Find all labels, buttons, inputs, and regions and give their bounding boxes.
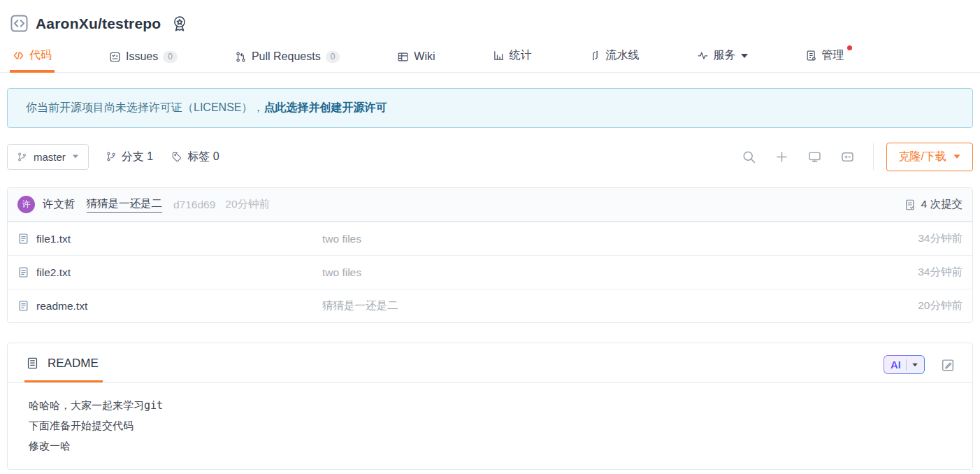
tab-issues[interactable]: Issues 0 [106,46,180,72]
commits-icon [904,199,916,211]
clone-download-button[interactable]: 克隆/下载 [886,143,973,171]
file-name-cell[interactable]: file1.txt [17,233,322,245]
toolbar-divider [873,143,874,170]
readme-title: README [48,357,99,371]
file-name: file1.txt [36,233,71,245]
file-commit-message[interactable]: 猜猜是一还是二 [322,299,918,313]
file-row[interactable]: file1.txt two files 34分钟前 [8,222,972,255]
clone-download-label: 克隆/下载 [899,150,946,164]
file-commit-time: 34分钟前 [918,265,963,280]
file-name-cell[interactable]: readme.txt [17,300,322,313]
file-name: file2.txt [36,266,71,279]
plus-icon[interactable] [774,150,789,164]
commit-author[interactable]: 许文哲 [43,197,75,212]
current-branch-label: master [34,151,66,163]
license-create-link[interactable]: 点此选择并创建开源许可 [264,101,387,113]
certificate-badge-icon[interactable] [171,15,189,33]
search-icon[interactable] [742,150,756,164]
branch-toolbar: master 分支 1 标签 0 [7,143,973,171]
tag-icon [171,151,182,162]
readme-line: 下面准备开始提交代码 [29,416,951,436]
file-name-cell[interactable]: file2.txt [17,266,322,279]
ai-caret-down-icon [912,363,918,366]
commits-count-link[interactable]: 4 次提交 [904,197,963,212]
issues-count-badge: 0 [163,51,178,63]
file-browser: 许 许文哲 猜猜是一还是二 d716d69 20分钟前 4 次提交 [7,187,973,323]
ai-button-divider [906,359,907,371]
commit-time: 20分钟前 [225,197,270,212]
pipeline-icon [589,50,601,62]
tab-pipeline-label: 流水线 [606,48,640,63]
file-icon [17,266,29,278]
feedback-comment-icon[interactable] [840,150,855,164]
stats-chart-icon [493,50,505,62]
tab-stats[interactable]: 统计 [490,44,535,72]
tab-code[interactable]: 代码 [10,44,55,73]
readme-doc-icon [26,357,39,370]
file-row[interactable]: file2.txt two files 34分钟前 [8,255,972,289]
edit-readme-icon[interactable] [940,357,956,373]
file-commit-time: 20分钟前 [918,299,963,313]
repo-title[interactable]: AaronXu/testrepo [36,15,161,32]
branches-icon [106,151,117,162]
file-commit-time: 34分钟前 [918,231,963,246]
branches-count-link[interactable]: 分支 1 [106,150,153,164]
commits-count-label: 4 次提交 [921,197,963,212]
tags-count-label: 标签 0 [187,150,219,164]
readme-content: 哈哈哈，大家一起来学习git 下面准备开始提交代码 修改一哈 [8,383,972,469]
tab-wiki[interactable]: Wiki [394,46,438,72]
readme-line: 哈哈哈，大家一起来学习git [29,396,951,416]
web-ide-monitor-icon[interactable] [807,150,822,164]
tags-count-link[interactable]: 标签 0 [171,150,219,164]
repo-header: AaronXu/testrepo [0,0,980,33]
tab-stats-label: 统计 [510,48,532,63]
commit-message-link[interactable]: 猜猜是一还是二 [87,196,163,213]
file-commit-message[interactable]: two files [322,266,918,279]
license-banner: 你当前开源项目尚未选择许可证（LICENSE），点此选择并创建开源许可 [7,88,973,128]
file-icon [17,233,29,245]
branch-tag-counts: 分支 1 标签 0 [106,150,219,164]
readme-panel: README AI 哈哈哈，大家一起来学习git 下面准备开始提交代码 修改一哈 [7,343,973,470]
latest-commit-row: 许 许文哲 猜猜是一还是二 d716d69 20分钟前 4 次提交 [8,188,972,222]
ai-label: AI [891,359,901,371]
file-name: readme.txt [36,300,87,313]
tab-service[interactable]: 服务 [694,44,751,72]
tab-pipeline[interactable]: 流水线 [586,44,642,72]
tab-manage[interactable]: 管理 [802,44,847,72]
branch-toolbar-actions: 克隆/下载 [723,143,973,171]
commit-hash[interactable]: d716d69 [173,199,215,211]
issues-icon [109,51,121,63]
repo-code-icon [10,14,29,33]
tab-pull-requests-label: Pull Requests [252,50,321,63]
file-commit-message[interactable]: two files [322,233,918,245]
file-row[interactable]: readme.txt 猜猜是一还是二 20分钟前 [8,289,972,322]
manage-notification-dot [847,45,852,50]
ai-assistant-button[interactable]: AI [884,355,925,374]
wiki-icon [397,51,409,63]
license-banner-text: 你当前开源项目尚未选择许可证（LICENSE）， [26,101,264,113]
repo-tabbar: 代码 Issues 0 Pull Requests 0 [0,44,980,73]
clone-caret-down-icon [954,155,960,158]
tab-wiki-label: Wiki [414,50,435,63]
tab-service-label: 服务 [714,48,736,63]
readme-tab[interactable]: README [24,357,103,382]
file-icon [17,300,29,312]
tab-manage-label: 管理 [822,48,844,63]
code-icon [13,50,24,62]
tab-code-label: 代码 [29,48,52,63]
branch-caret-down-icon [73,155,78,159]
manage-icon [805,50,817,62]
tab-issues-label: Issues [126,50,158,63]
service-caret-down-icon [741,54,748,58]
service-pulse-icon [697,50,709,62]
pull-requests-count-badge: 0 [326,51,340,63]
readme-line: 修改一哈 [29,436,951,457]
readme-header: README AI [8,343,972,383]
branch-icon [17,152,27,162]
branches-count-label: 分支 1 [122,150,153,164]
readme-actions: AI [884,355,956,382]
committer-avatar[interactable]: 许 [17,196,35,213]
tab-pull-requests[interactable]: Pull Requests 0 [232,46,343,72]
branch-select-button[interactable]: master [7,144,89,170]
pull-request-icon [235,51,247,63]
